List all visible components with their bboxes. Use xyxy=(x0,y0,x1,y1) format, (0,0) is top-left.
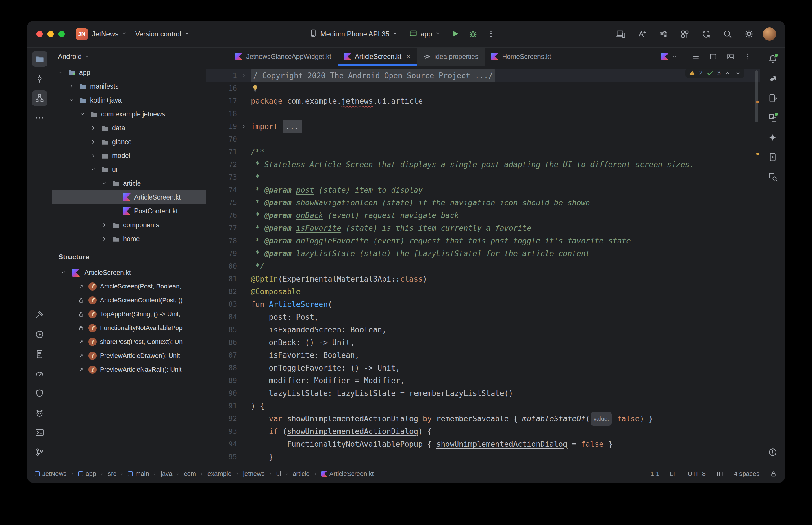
code-line-95[interactable]: 95 } xyxy=(206,450,760,463)
error-stripe-mark[interactable] xyxy=(756,101,759,103)
breadcrumb-example[interactable]: example xyxy=(207,470,232,478)
fold-arrow-icon[interactable] xyxy=(237,120,251,133)
code-line-87[interactable]: 87 isFavorite: Boolean, xyxy=(206,349,760,362)
terminal-tool-button[interactable] xyxy=(32,425,47,440)
run-tool-button[interactable] xyxy=(32,327,47,342)
caret-position[interactable]: 1:1 xyxy=(650,470,660,478)
chevron-right-icon[interactable] xyxy=(89,152,98,159)
breadcrumb-app[interactable]: app xyxy=(78,470,96,478)
write-access-icon[interactable] xyxy=(770,470,777,478)
previous-problem-icon[interactable] xyxy=(724,70,731,76)
structure-root-articlescreen-kt[interactable]: ArticleScreen.kt xyxy=(52,266,206,280)
next-problem-icon[interactable] xyxy=(735,70,741,76)
code-line-86[interactable]: 86 onBack: () -> Unit, xyxy=(206,336,760,349)
tree-item-articlescreen-kt[interactable]: ArticleScreen.kt xyxy=(52,190,206,204)
tree-item-ui[interactable]: ui xyxy=(52,163,206,177)
tab-idea-properties[interactable]: idea.properties xyxy=(417,48,485,65)
tab-articlescreen-kt[interactable]: ArticleScreen.kt× xyxy=(338,48,417,65)
debug-button[interactable] xyxy=(466,27,481,42)
code-line-1[interactable]: 1/ Copyright 2020 The Android Open Sourc… xyxy=(206,69,760,82)
breadcrumb-jetnews[interactable]: jetnews xyxy=(243,470,265,478)
breadcrumb-jetnews[interactable]: JetNews xyxy=(35,470,67,478)
close-window-button[interactable] xyxy=(36,31,43,37)
run-button[interactable] xyxy=(448,27,463,42)
error-stripe-mark[interactable] xyxy=(756,153,759,155)
settings-icon[interactable] xyxy=(741,27,756,42)
tree-item-manifests[interactable]: manifests xyxy=(52,79,206,93)
extensions-icon[interactable] xyxy=(677,27,692,42)
breadcrumb-ui[interactable]: ui xyxy=(276,470,281,478)
breadcrumb-article[interactable]: article xyxy=(293,470,310,478)
search-everywhere-icon[interactable] xyxy=(720,27,735,42)
device-explorer-tool-button[interactable] xyxy=(32,346,47,362)
breadcrumb-main[interactable]: main xyxy=(128,470,149,478)
intention-bulb-icon[interactable] xyxy=(251,84,260,93)
chevron-right-icon[interactable] xyxy=(100,222,109,228)
device-selector[interactable]: Medium Phone API 35 xyxy=(305,26,402,42)
editor-layout-icon[interactable] xyxy=(716,470,724,478)
structure-item-topappbar-string-unit[interactable]: fTopAppBar(String, () -> Unit, xyxy=(52,307,206,321)
code-line-71[interactable]: 71/** xyxy=(206,146,760,158)
code-line-93[interactable]: 93 if (showUnimplementedActionDialog) { xyxy=(206,425,760,438)
close-tab-icon[interactable]: × xyxy=(406,52,411,61)
structure-item-previewarticledrawer-unit[interactable]: fPreviewArticleDrawer(): Unit xyxy=(52,349,206,363)
code-line-79[interactable]: 79 * @param lazyListState (state) the [L… xyxy=(206,247,760,260)
code-line-84[interactable]: 84 post: Post, xyxy=(206,311,760,324)
code-line-76[interactable]: 76 * @param onBack (event) request navig… xyxy=(206,209,760,222)
code-line-81[interactable]: 81@OptIn(ExperimentalMaterial3Api::class… xyxy=(206,273,760,285)
more-options-icon[interactable] xyxy=(740,49,755,64)
chevron-down-icon[interactable] xyxy=(59,269,68,276)
code-line-90[interactable]: 90 lazyListState: LazyListState = rememb… xyxy=(206,387,760,400)
device-mirroring-icon[interactable] xyxy=(613,27,628,42)
tree-item-com-example-jetnews[interactable]: com.example.jetnews xyxy=(52,107,206,121)
code-line-89[interactable]: 89 modifier: Modifier = Modifier, xyxy=(206,374,760,387)
project-menu[interactable]: JetNews xyxy=(88,26,131,42)
profiler-tool-button[interactable] xyxy=(32,366,47,381)
sync-project-icon[interactable] xyxy=(699,27,714,42)
zoom-window-button[interactable] xyxy=(58,31,65,37)
chevron-down-icon[interactable] xyxy=(78,111,87,117)
build-tool-button[interactable] xyxy=(32,307,47,322)
structure-item-articlescreen-post-boolean[interactable]: fArticleScreen(Post, Boolean, xyxy=(52,280,206,294)
editor-scrollbar[interactable] xyxy=(755,71,758,122)
code-editor[interactable]: 1/ Copyright 2020 The Android Open Sourc… xyxy=(206,66,760,465)
code-line-85[interactable]: 85 isExpandedScreen: Boolean, xyxy=(206,324,760,336)
problems-tool-button[interactable] xyxy=(765,445,781,460)
structure-item-previewarticlenavrail-unit[interactable]: fPreviewArticleNavRail(): Unit xyxy=(52,363,206,377)
code-line-91[interactable]: 91) { xyxy=(206,400,760,412)
resource-manager-tool-button[interactable] xyxy=(765,110,781,125)
breadcrumb-java[interactable]: java xyxy=(161,470,172,478)
inspections-widget[interactable]: 2 3 xyxy=(685,68,745,78)
tab-jetnewsglanceappwidget-kt[interactable]: JetnewsGlanceAppWidget.kt xyxy=(229,48,338,65)
code-line-18[interactable]: 18 xyxy=(206,107,760,120)
tree-item-model[interactable]: model xyxy=(52,149,206,163)
run-configuration-selector[interactable]: app xyxy=(405,26,445,42)
current-file-type-icon[interactable] xyxy=(662,53,669,60)
tab-list-chevron-icon[interactable] xyxy=(671,54,678,60)
vcs-menu[interactable]: Version control xyxy=(131,26,194,42)
project-tool-button[interactable] xyxy=(32,51,47,67)
code-line-80[interactable]: 80 */ xyxy=(206,260,760,273)
logcat-tool-button[interactable] xyxy=(32,405,47,421)
commit-tool-button[interactable] xyxy=(32,71,47,86)
tree-item-article[interactable]: article xyxy=(52,177,206,190)
code-line-78[interactable]: 78 * @param onToggleFavorite (event) req… xyxy=(206,235,760,247)
code-line-17[interactable]: 17package com.example.jetnews.ui.article xyxy=(206,95,760,107)
code-line-19[interactable]: 19import ... xyxy=(206,120,760,133)
line-ending[interactable]: LF xyxy=(670,470,677,478)
chevron-down-icon[interactable] xyxy=(67,97,76,103)
code-line-74[interactable]: 74 * @param post (state) item to display xyxy=(206,184,760,196)
indent-setting[interactable]: 4 spaces xyxy=(734,470,759,478)
tree-item-postcontent-kt[interactable]: PostContent.kt xyxy=(52,204,206,218)
chevron-down-icon[interactable] xyxy=(100,180,109,186)
more-run-options-button[interactable] xyxy=(484,27,499,42)
editor-list-icon[interactable] xyxy=(688,49,703,64)
code-line-88[interactable]: 88 onToggleFavorite: () -> Unit, xyxy=(206,362,760,374)
project-logo[interactable]: JN xyxy=(76,28,88,40)
gradle-tool-button[interactable] xyxy=(765,71,781,86)
tree-item-data[interactable]: data xyxy=(52,121,206,135)
chevron-right-icon[interactable] xyxy=(89,125,98,131)
chevron-down-icon[interactable] xyxy=(89,166,98,173)
project-view-selector[interactable]: Android xyxy=(52,48,206,65)
code-line-75[interactable]: 75 * @param showNavigationIcon (state) i… xyxy=(206,196,760,209)
